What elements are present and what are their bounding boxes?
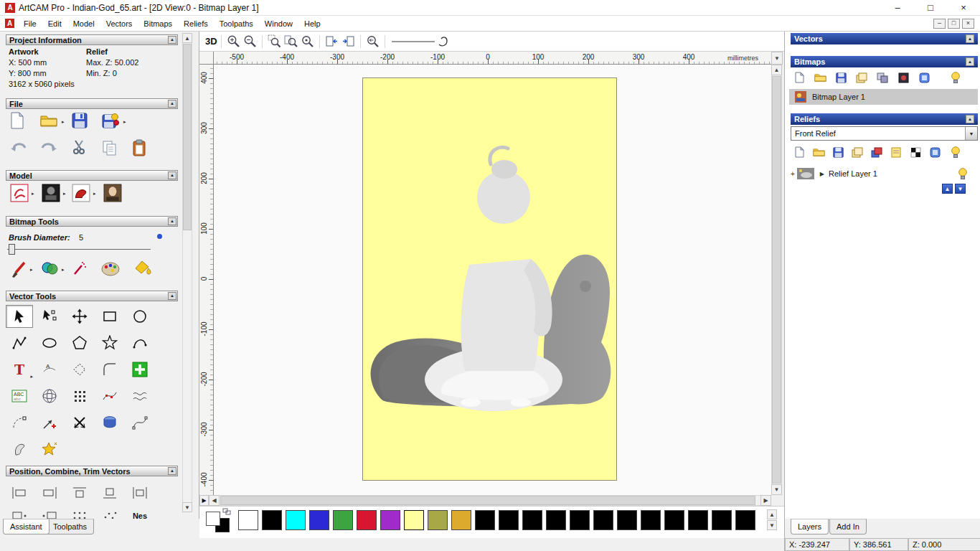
collapse-position-tools-button[interactable]: ▲ bbox=[168, 467, 176, 475]
paint-icon[interactable] bbox=[10, 260, 27, 278]
star-wizard-tool[interactable] bbox=[36, 438, 63, 461]
palette-swatch[interactable] bbox=[380, 510, 400, 530]
greyscale-preview-icon[interactable] bbox=[907, 145, 924, 159]
drawing-viewport[interactable] bbox=[214, 65, 771, 495]
link-colours-icon[interactable] bbox=[222, 508, 231, 515]
copy-icon[interactable] bbox=[102, 140, 118, 156]
collapse-vectors-button[interactable]: ▲ bbox=[966, 34, 974, 43]
canvas-scroll-down-button[interactable]: ▼ bbox=[771, 484, 782, 495]
greyscale-model-icon[interactable] bbox=[42, 184, 60, 202]
tab-add-in[interactable]: Add In bbox=[829, 519, 867, 534]
toggle-bitmap-visibility-icon[interactable] bbox=[947, 70, 964, 85]
open-relief-layer-icon[interactable] bbox=[810, 145, 827, 159]
primary-secondary-colour-indicator[interactable] bbox=[204, 508, 232, 537]
save-as-flyout-icon[interactable]: ▸ bbox=[123, 119, 126, 125]
palette-swatch[interactable] bbox=[309, 510, 329, 530]
maximize-button[interactable]: □ bbox=[914, 0, 947, 15]
paste-icon[interactable] bbox=[132, 139, 146, 156]
create-text-tool[interactable]: T ▸ bbox=[6, 358, 33, 381]
ruler-options-button[interactable]: ▼ bbox=[771, 52, 783, 65]
assistant-scroll-up-button[interactable]: ▲ bbox=[182, 33, 192, 43]
snap-right-tool[interactable] bbox=[36, 505, 63, 519]
zoom-previous-icon[interactable] bbox=[364, 33, 381, 50]
collapse-file-button[interactable]: ▲ bbox=[168, 100, 176, 108]
collapse-project-info-button[interactable]: ▲ bbox=[168, 36, 176, 44]
adjust-model-icon[interactable] bbox=[10, 184, 29, 202]
create-rectangle-tool[interactable] bbox=[96, 305, 123, 328]
trim-vectors-tool[interactable] bbox=[66, 411, 93, 434]
palette-swatch[interactable] bbox=[617, 510, 637, 530]
canvas-vscrollbar-thumb[interactable] bbox=[772, 76, 781, 484]
collapse-model-button[interactable]: ▲ bbox=[168, 171, 176, 179]
expand-relief-layer-icon[interactable]: ▶ bbox=[820, 171, 824, 177]
palette-swatch[interactable] bbox=[286, 510, 306, 530]
palette-swatch[interactable] bbox=[664, 510, 684, 530]
collapse-bitmap-tools-button[interactable]: ▲ bbox=[168, 217, 176, 225]
relief-selector[interactable]: Front Relief ▼ bbox=[791, 126, 978, 141]
undo-icon[interactable] bbox=[10, 141, 27, 155]
palette-swatch[interactable] bbox=[357, 510, 377, 530]
assistant-scroll-down-button[interactable]: ▼ bbox=[182, 502, 192, 512]
add-vectors-tool[interactable] bbox=[126, 358, 154, 381]
artwork[interactable] bbox=[362, 77, 617, 481]
flood-fill-icon[interactable] bbox=[132, 258, 152, 277]
transform-vectors-tool[interactable] bbox=[66, 305, 93, 328]
create-circle-tool[interactable] bbox=[126, 305, 154, 328]
palette-swatch[interactable] bbox=[735, 510, 755, 530]
menu-bitmaps[interactable]: Bitmaps bbox=[138, 17, 178, 30]
palette-scroll-up-button[interactable]: ▲ bbox=[767, 509, 777, 519]
collapse-reliefs-button[interactable]: ▲ bbox=[966, 115, 974, 123]
distribute-tool[interactable] bbox=[66, 505, 93, 519]
nesting-tool[interactable]: Nes bbox=[126, 505, 154, 519]
draw-colour-icon[interactable] bbox=[40, 260, 59, 277]
zoom-out-icon[interactable] bbox=[242, 33, 258, 50]
align-right-tool[interactable] bbox=[36, 482, 63, 504]
palette-swatch[interactable] bbox=[641, 510, 661, 530]
arc-editing-tool[interactable] bbox=[6, 411, 33, 434]
menu-vectors[interactable]: Vectors bbox=[100, 17, 138, 30]
spline-editing-tool[interactable] bbox=[126, 411, 154, 434]
relief-note-icon[interactable] bbox=[887, 145, 905, 159]
snap-page-right-icon[interactable] bbox=[340, 33, 357, 50]
canvas-scroll-left-button[interactable]: ◀ bbox=[209, 495, 220, 506]
block-copy-tool[interactable] bbox=[66, 385, 93, 408]
center-in-page-tool[interactable] bbox=[126, 482, 154, 504]
close-button[interactable]: × bbox=[947, 0, 980, 15]
palette-swatch[interactable] bbox=[262, 510, 282, 530]
palette-swatch[interactable] bbox=[475, 510, 495, 530]
menu-model[interactable]: Model bbox=[67, 17, 100, 30]
palette-swatch[interactable] bbox=[570, 510, 590, 530]
palette-swatch[interactable] bbox=[238, 510, 258, 530]
open-model-icon[interactable] bbox=[40, 113, 57, 128]
text-flyout-icon[interactable]: ▸ bbox=[30, 374, 33, 380]
merge-layers-icon[interactable] bbox=[874, 70, 891, 85]
new-model-icon[interactable] bbox=[10, 112, 24, 129]
move-layer-down-button[interactable]: ▼ bbox=[955, 184, 966, 194]
zoom-window-icon[interactable] bbox=[266, 33, 283, 50]
collapse-bitmaps-button[interactable]: ▲ bbox=[966, 57, 974, 66]
collapse-vector-tools-button[interactable]: ▲ bbox=[168, 292, 176, 300]
node-editing-tool[interactable] bbox=[36, 305, 63, 328]
cut-icon[interactable] bbox=[72, 139, 86, 155]
delete-relief-layer-icon[interactable] bbox=[926, 145, 943, 159]
extrude-tool[interactable] bbox=[96, 411, 123, 434]
text-on-curve-tool[interactable]: A bbox=[36, 358, 63, 381]
toggle-relief-visibility-icon[interactable] bbox=[947, 145, 964, 159]
new-bitmap-layer-icon[interactable] bbox=[791, 70, 808, 85]
create-ellipse-tool[interactable] bbox=[36, 331, 63, 354]
offset-vectors-tool[interactable] bbox=[66, 358, 93, 381]
palette-swatch[interactable] bbox=[712, 510, 732, 530]
create-arc-tool[interactable] bbox=[126, 331, 154, 354]
open-bitmap-layer-icon[interactable] bbox=[811, 70, 829, 85]
paste-along-curve-tool[interactable] bbox=[96, 385, 123, 408]
transparency-icon[interactable] bbox=[915, 70, 933, 85]
relief-stack-icon[interactable] bbox=[849, 145, 866, 159]
create-polygon-tool[interactable] bbox=[66, 331, 93, 354]
fillet-tool[interactable] bbox=[96, 358, 123, 381]
palette-swatch[interactable] bbox=[428, 510, 448, 530]
minimize-button[interactable]: – bbox=[881, 0, 914, 15]
relief-selector-dropdown-icon[interactable]: ▼ bbox=[965, 127, 977, 140]
menu-help[interactable]: Help bbox=[298, 17, 326, 30]
face-wizard-icon[interactable] bbox=[103, 184, 122, 202]
sculpt-model-icon[interactable] bbox=[72, 184, 90, 202]
